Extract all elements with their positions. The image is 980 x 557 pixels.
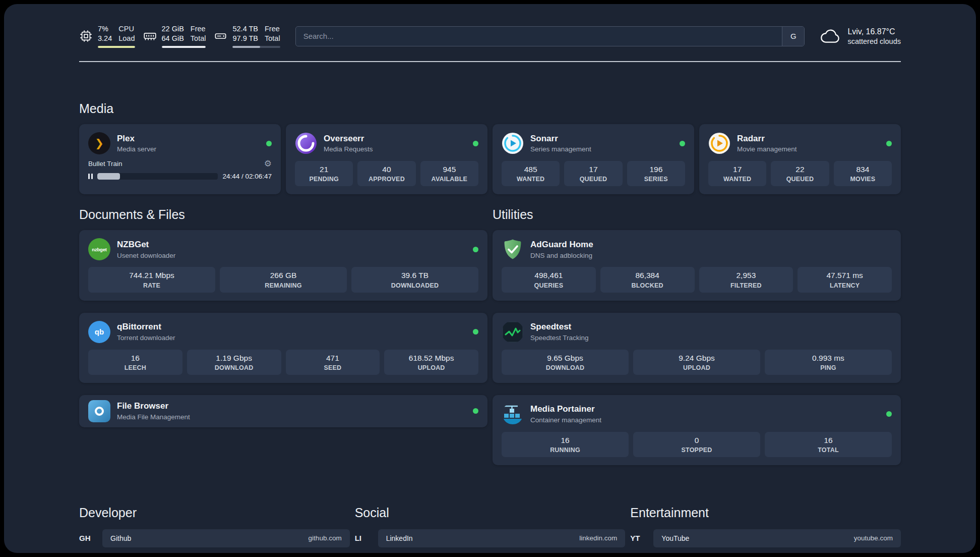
app-card-portainer[interactable]: Media Portainer Container management 16 … <box>493 395 901 465</box>
app-desc: Speedtest Tracking <box>530 334 589 342</box>
app-card-filebrowser[interactable]: File Browser Media File Management <box>79 395 487 427</box>
stat-tile: 485 WANTED <box>502 161 560 186</box>
app-name: Plex <box>117 134 156 144</box>
stat-tile: 9.65 Gbps DOWNLOAD <box>502 350 629 375</box>
plex-icon: ❯ <box>88 132 110 154</box>
app-desc: Media Requests <box>324 145 373 153</box>
portainer-icon <box>502 403 524 425</box>
stat-tile: 39.6 TB DOWNLOADED <box>351 267 478 292</box>
app-desc: DNS and adblocking <box>530 252 593 259</box>
app-card-sonarr[interactable]: Sonarr Series management 485 WANTED 17 Q… <box>493 124 694 194</box>
filebrowser-icon <box>88 400 110 422</box>
gear-icon[interactable]: ⚙ <box>264 159 272 168</box>
status-dot <box>886 141 892 146</box>
cpu-load: 3.24 <box>98 34 112 43</box>
stat-tile: 266 GB REMAINING <box>220 267 347 292</box>
playback-time: 24:44 / 02:06:47 <box>222 173 272 180</box>
playback-progress-bar[interactable] <box>97 173 218 180</box>
weather-widget: Lviv, 16.87°C scattered clouds <box>820 27 901 45</box>
cpu-icon <box>79 29 93 43</box>
stat-tile: 618.52 Mbps UPLOAD <box>384 350 478 375</box>
ram-total: 64 GiB <box>162 34 184 43</box>
bookmark-group-developer: Developer GH Github github.com SO StackO… <box>79 506 350 553</box>
ram-widget: 22 GiB 64 GiB Free Total <box>143 24 206 48</box>
search-input[interactable] <box>295 26 805 46</box>
app-desc: Torrent downloader <box>117 334 175 342</box>
stat-tile: 471 SEED <box>286 350 380 375</box>
ram-bar <box>162 46 206 48</box>
search-engine-button[interactable]: G <box>782 27 804 46</box>
stat-tile: 40 APPROVED <box>357 161 415 186</box>
bookmark-link-github[interactable]: Github github.com <box>102 529 350 547</box>
app-desc: Usenet downloader <box>117 252 175 259</box>
disk-bar <box>232 46 280 48</box>
section-title-utilities: Utilities <box>493 207 901 222</box>
disk-label-top: Free <box>265 24 280 34</box>
status-dot <box>473 408 478 414</box>
stat-tile: 0.993 ms PING <box>765 350 892 375</box>
stat-tile: 17 QUEUED <box>564 161 622 186</box>
bookmark-group-entertainment: Entertainment YT YouTube youtube.com NF … <box>630 506 901 553</box>
ram-free: 22 GiB <box>162 24 184 34</box>
sonarr-icon <box>502 132 524 154</box>
app-name: AdGuard Home <box>530 240 593 250</box>
bookmark-link-linkedin[interactable]: LinkedIn linkedin.com <box>378 529 626 547</box>
cpu-percent: 7% <box>98 24 112 34</box>
app-name: NZBGet <box>117 240 175 250</box>
bookmark-group-social: Social LI LinkedIn linkedin.com TW Twitt… <box>355 506 626 553</box>
stat-tile: 16 RUNNING <box>502 432 629 457</box>
cpu-label-top: CPU <box>118 24 135 34</box>
cpu-label-bottom: Load <box>118 34 135 43</box>
now-playing-title: Bullet Train <box>88 160 122 168</box>
app-desc: Container management <box>530 416 601 424</box>
radarr-icon <box>708 132 730 154</box>
app-desc: Series management <box>530 145 591 153</box>
nzbget-icon: nzbget <box>88 238 110 260</box>
app-card-plex[interactable]: ❯ Plex Media server Bullet Train ⚙ <box>79 124 281 194</box>
stat-tile: 9.24 Gbps UPLOAD <box>633 350 760 375</box>
section-media: Media ❯ Plex Media server Bullet Train ⚙ <box>79 101 901 194</box>
bookmark-abbr: YT <box>630 534 646 542</box>
status-dot <box>886 411 892 417</box>
app-card-nzbget[interactable]: nzbget NZBGet Usenet downloader 744.21 M… <box>79 230 487 300</box>
stat-tile: 22 QUEUED <box>771 161 829 186</box>
bookmark-abbr: LI <box>355 534 371 542</box>
section-title-media: Media <box>79 101 901 116</box>
app-name: File Browser <box>117 401 190 411</box>
bookmark-link-youtube[interactable]: YouTube youtube.com <box>653 529 901 547</box>
section-title-entertainment: Entertainment <box>630 506 901 520</box>
disk-widget: 52.4 TB 97.9 TB Free Total <box>214 24 280 48</box>
app-card-adguard[interactable]: AdGuard Home DNS and adblocking 498,461 … <box>493 230 901 300</box>
status-dot <box>680 141 685 146</box>
app-card-speedtest[interactable]: Speedtest Speedtest Tracking 9.65 Gbps D… <box>493 313 901 383</box>
section-title-developer: Developer <box>79 506 350 520</box>
cloud-icon <box>820 29 841 44</box>
app-card-radarr[interactable]: Radarr Movie management 17 WANTED 22 QUE… <box>699 124 901 194</box>
stat-tile: 16 LEECH <box>88 350 182 375</box>
stat-tile: 945 AVAILABLE <box>420 161 478 186</box>
section-title-social: Social <box>355 506 626 520</box>
disk-free: 52.4 TB <box>232 24 258 34</box>
app-desc: Movie management <box>737 145 797 153</box>
bookmark-abbr: GH <box>79 534 95 542</box>
bookmark-row: GH Github github.com <box>79 529 350 547</box>
stat-tile: 17 WANTED <box>708 161 766 186</box>
app-card-qbittorrent[interactable]: qb qBittorrent Torrent downloader 16 LEE… <box>79 313 487 383</box>
pause-icon[interactable] <box>88 174 93 179</box>
weather-location: Lviv, 16.87°C <box>847 27 901 37</box>
bookmark-row: YT YouTube youtube.com <box>630 529 901 547</box>
stat-tile: 834 MOVIES <box>834 161 892 186</box>
status-dot <box>266 141 272 146</box>
adguard-icon <box>502 238 524 260</box>
stat-tile: 47.571 ms LATENCY <box>798 267 892 292</box>
weather-condition: scattered clouds <box>847 37 901 45</box>
ram-label-bottom: Total <box>191 34 206 43</box>
app-name: Speedtest <box>530 322 589 332</box>
app-desc: Media server <box>117 145 156 153</box>
stat-tile: 498,461 QUERIES <box>502 267 596 292</box>
overseerr-icon <box>295 132 317 154</box>
app-name: Media Portainer <box>530 404 601 414</box>
app-card-overseerr[interactable]: Overseerr Media Requests 21 PENDING 40 A… <box>286 124 487 194</box>
speedtest-icon <box>502 321 524 343</box>
status-dot <box>473 329 478 335</box>
